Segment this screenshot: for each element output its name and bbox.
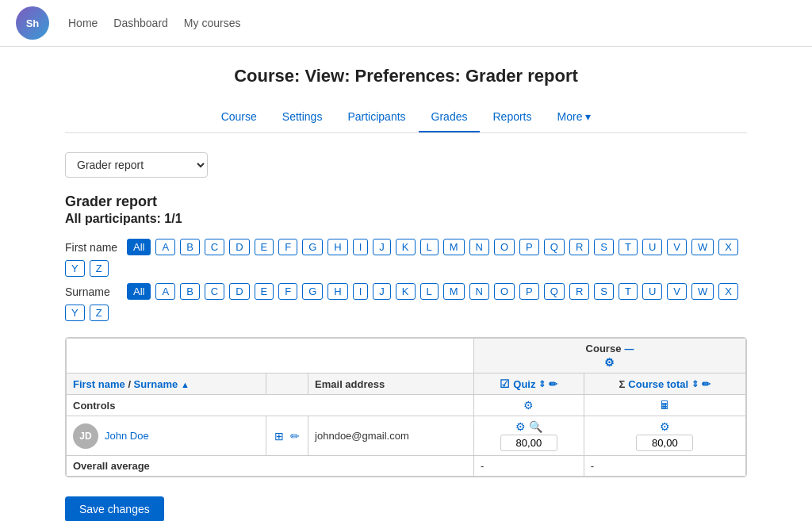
- empty-header: [67, 339, 474, 374]
- course-collapse-icon[interactable]: —: [624, 343, 634, 354]
- firstname-filter-o[interactable]: O: [494, 239, 515, 255]
- firstname-filter-u[interactable]: U: [642, 239, 662, 255]
- surname-filter-h[interactable]: H: [327, 283, 347, 300]
- firstname-filter-p[interactable]: P: [519, 239, 539, 255]
- firstname-filter-n[interactable]: N: [469, 239, 489, 255]
- tab-grades[interactable]: Grades: [419, 102, 481, 132]
- surname-filter-n[interactable]: N: [469, 283, 489, 300]
- student-table-icon[interactable]: ⊞: [273, 430, 285, 442]
- grade-table-wrap: Course — ⚙ First name /: [65, 337, 747, 477]
- firstname-filter-c[interactable]: C: [205, 239, 224, 255]
- quiz-score-input[interactable]: [500, 435, 557, 451]
- surname-filter-f[interactable]: F: [278, 283, 297, 300]
- col-course-total-label: Course total: [628, 378, 688, 390]
- surname-filter-y[interactable]: Y: [65, 305, 85, 321]
- surname-filter-a[interactable]: A: [155, 283, 175, 300]
- report-type-select[interactable]: Grader report Overview report User repor…: [65, 152, 208, 178]
- course-total-edit-icon[interactable]: ✏: [702, 378, 710, 390]
- firstname-filter-g[interactable]: G: [302, 239, 323, 255]
- course-total-sort-icon[interactable]: ⇕: [691, 379, 699, 389]
- surname-filter-p[interactable]: P: [519, 283, 539, 300]
- overall-avg-total-cell: -: [584, 456, 745, 477]
- surname-filter-r[interactable]: R: [569, 283, 589, 300]
- tab-course[interactable]: Course: [209, 102, 270, 132]
- surname-filter-g[interactable]: G: [302, 283, 323, 300]
- firstname-filter-h[interactable]: H: [327, 239, 347, 255]
- firstname-filter-all[interactable]: All: [127, 239, 151, 255]
- firstname-filter-w[interactable]: W: [691, 239, 714, 255]
- col-quiz-label: Quiz: [513, 378, 535, 390]
- firstname-filter-a[interactable]: A: [155, 239, 175, 255]
- controls-total-cell: 🖩: [584, 395, 745, 416]
- surname-filter-i[interactable]: I: [353, 283, 369, 300]
- surname-filter-k[interactable]: K: [396, 283, 416, 300]
- logo-text: Sh: [26, 17, 40, 29]
- firstname-filter-z[interactable]: Z: [90, 260, 109, 277]
- surname-filter-l[interactable]: L: [420, 283, 439, 300]
- course-header-cell: Course — ⚙: [473, 339, 745, 374]
- firstname-filter-i[interactable]: I: [353, 239, 369, 255]
- student-icons-cell: ⊞ ✏: [266, 416, 308, 456]
- firstname-filter-q[interactable]: Q: [544, 239, 565, 255]
- surname-filter-x[interactable]: X: [718, 283, 738, 300]
- firstname-filter-e[interactable]: E: [255, 239, 274, 255]
- surname-filter-d[interactable]: D: [229, 283, 249, 300]
- firstname-filter-x[interactable]: X: [718, 239, 738, 255]
- firstname-filter-l[interactable]: L: [420, 239, 439, 255]
- student-total-gear-icon[interactable]: ⚙: [660, 420, 670, 433]
- surname-filter-v[interactable]: V: [667, 283, 687, 300]
- tab-more[interactable]: More ▾: [545, 102, 604, 132]
- tabs-bar: Course Settings Participants Grades Repo…: [65, 102, 747, 133]
- firstname-filter-m[interactable]: M: [443, 239, 465, 255]
- firstname-filter-v[interactable]: V: [667, 239, 687, 255]
- surname-filter-q[interactable]: Q: [544, 283, 565, 300]
- save-changes-button[interactable]: Save changes: [65, 496, 164, 521]
- surname-filter-m[interactable]: M: [443, 283, 465, 300]
- tab-reports[interactable]: Reports: [480, 102, 544, 132]
- student-quiz-gear-icon[interactable]: ⚙: [515, 420, 526, 433]
- firstname-filter-d[interactable]: D: [229, 239, 249, 255]
- logo: Sh: [16, 6, 49, 40]
- surname-filter-row: Surname All A B C D E F G H I J K L M N …: [65, 283, 747, 321]
- firstname-filter-s[interactable]: S: [594, 239, 614, 255]
- firstname-filter-f[interactable]: F: [278, 239, 297, 255]
- surname-filter-t[interactable]: T: [619, 283, 638, 300]
- surname-filter-u[interactable]: U: [642, 283, 662, 300]
- tab-participants[interactable]: Participants: [335, 102, 418, 132]
- nav-dashboard[interactable]: Dashboard: [113, 17, 168, 29]
- col-name-link[interactable]: First name: [73, 378, 128, 390]
- firstname-filter-r[interactable]: R: [569, 239, 589, 255]
- firstname-filter-k[interactable]: K: [396, 239, 416, 255]
- nav-my-courses[interactable]: My courses: [184, 17, 241, 29]
- total-score-input[interactable]: [636, 435, 693, 451]
- col-surname-link[interactable]: Surname: [134, 378, 181, 390]
- student-edit-icon[interactable]: ✏: [289, 430, 301, 442]
- course-settings-icon[interactable]: ⚙: [604, 356, 615, 369]
- surname-filter-all[interactable]: All: [127, 283, 151, 300]
- firstname-filter-t[interactable]: T: [619, 239, 638, 255]
- firstname-filter-y[interactable]: Y: [65, 260, 85, 277]
- surname-filter-c[interactable]: C: [205, 283, 224, 300]
- surname-filter-e[interactable]: E: [255, 283, 274, 300]
- firstname-filter-j[interactable]: J: [373, 239, 391, 255]
- surname-filter-o[interactable]: O: [494, 283, 515, 300]
- student-name-cell: JD John Doe: [67, 416, 266, 456]
- calc-icon[interactable]: 🖩: [659, 399, 670, 412]
- nav-home[interactable]: Home: [68, 17, 98, 29]
- grade-table: Course — ⚙ First name /: [66, 338, 746, 477]
- quiz-edit-icon[interactable]: ✏: [549, 378, 557, 390]
- firstname-filter-b[interactable]: B: [180, 239, 200, 255]
- student-quiz-search-icon[interactable]: 🔍: [529, 420, 542, 433]
- surname-filter-b[interactable]: B: [180, 283, 200, 300]
- tab-settings[interactable]: Settings: [270, 102, 335, 132]
- quiz-controls-gear-icon[interactable]: ⚙: [523, 399, 534, 412]
- surname-filter-s[interactable]: S: [594, 283, 614, 300]
- student-name-link[interactable]: John Doe: [105, 430, 149, 442]
- surname-filter-w[interactable]: W: [691, 283, 714, 300]
- surname-filter-j[interactable]: J: [373, 283, 391, 300]
- col-quiz-header: ☑ Quiz ⇕ ✏: [473, 374, 584, 395]
- surname-filter-z[interactable]: Z: [90, 305, 109, 321]
- overall-average-row: Overall average - -: [67, 456, 746, 477]
- controls-label-cell: Controls: [67, 395, 474, 416]
- quiz-sort-icon[interactable]: ⇕: [538, 379, 546, 389]
